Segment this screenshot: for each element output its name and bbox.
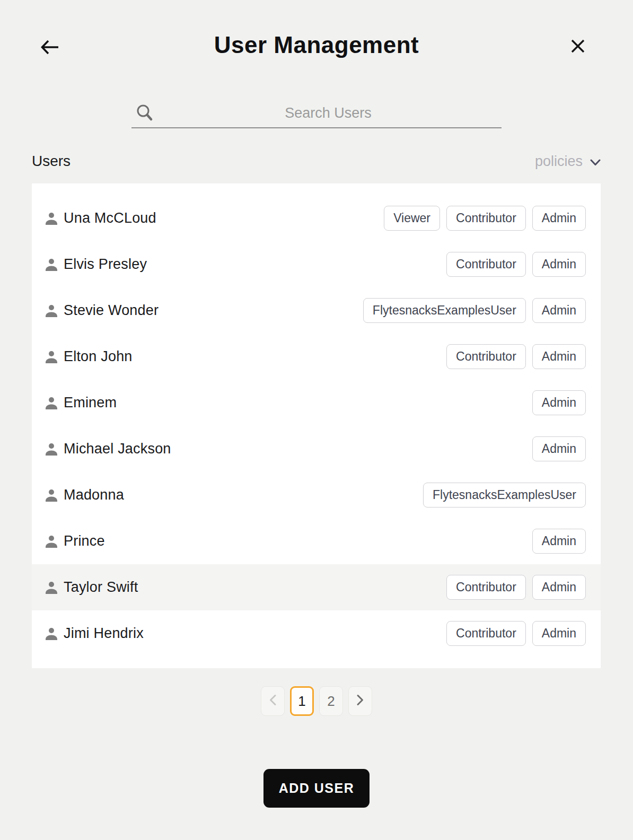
role-badge[interactable]: FlytesnacksExamplesUser	[363, 298, 526, 323]
role-badges: ContributorAdmin	[446, 252, 586, 277]
role-badges: FlytesnacksExamplesUser	[423, 483, 586, 508]
role-badge[interactable]: Contributor	[446, 206, 526, 231]
role-badge[interactable]: Viewer	[384, 206, 440, 231]
role-badges: FlytesnacksExamplesUserAdmin	[363, 298, 586, 323]
user-name: Michael Jackson	[64, 441, 171, 457]
pagination-page-1[interactable]: 1	[290, 686, 314, 716]
user-name: Elvis Presley	[64, 256, 147, 273]
role-badge[interactable]: Admin	[532, 529, 586, 554]
user-icon	[45, 534, 58, 549]
role-badge[interactable]: FlytesnacksExamplesUser	[423, 483, 586, 508]
policies-label: policies	[535, 153, 583, 170]
pagination-page-2[interactable]: 2	[319, 686, 343, 716]
user-row[interactable]: Taylor SwiftContributorAdmin	[32, 564, 601, 610]
role-badge[interactable]: Admin	[532, 344, 586, 369]
list-header: Users policies	[32, 153, 601, 170]
user-row[interactable]: Elton JohnContributorAdmin	[32, 334, 601, 380]
pagination-prev[interactable]	[261, 686, 285, 716]
users-label: Users	[32, 153, 71, 170]
search-icon	[135, 103, 155, 123]
add-user-button[interactable]: ADD USER	[263, 769, 370, 808]
user-icon	[45, 396, 58, 410]
page-title: User Management	[0, 0, 633, 58]
chevron-left-icon	[269, 693, 277, 710]
user-row[interactable]: MadonnaFlytesnacksExamplesUser	[32, 472, 601, 518]
role-badge[interactable]: Contributor	[446, 575, 526, 600]
user-icon	[45, 211, 58, 226]
role-badges: Admin	[532, 390, 586, 415]
user-name: Stevie Wonder	[64, 302, 159, 319]
close-button[interactable]	[566, 35, 590, 58]
role-badge[interactable]: Admin	[532, 621, 586, 646]
user-icon	[45, 303, 58, 318]
chevron-down-icon	[590, 153, 601, 170]
user-icon	[45, 488, 58, 503]
user-row[interactable]: Elvis PresleyContributorAdmin	[32, 241, 601, 287]
search-input[interactable]	[155, 105, 502, 121]
user-row[interactable]: Una McCLoudViewerContributorAdmin	[32, 195, 601, 241]
back-button[interactable]	[38, 36, 61, 59]
role-badge[interactable]: Contributor	[446, 344, 526, 369]
arrow-left-icon	[40, 38, 60, 58]
role-badges: ViewerContributorAdmin	[384, 206, 586, 231]
role-badge[interactable]: Admin	[532, 298, 586, 323]
role-badge[interactable]: Contributor	[446, 621, 526, 646]
role-badge[interactable]: Admin	[532, 206, 586, 231]
user-icon	[45, 626, 58, 641]
user-name: Prince	[64, 533, 105, 549]
user-icon	[45, 442, 58, 457]
role-badges: Admin	[532, 529, 586, 554]
user-icon	[45, 257, 58, 272]
user-icon	[45, 349, 58, 364]
user-name: Elton John	[64, 348, 133, 365]
user-row[interactable]: Jimi HendrixContributorAdmin	[32, 610, 601, 657]
user-name: Eminem	[64, 395, 117, 411]
role-badges: ContributorAdmin	[446, 621, 586, 646]
role-badge[interactable]: Contributor	[446, 252, 526, 277]
user-list: Una McCLoudViewerContributorAdminElvis P…	[32, 183, 601, 668]
chevron-right-icon	[356, 693, 364, 710]
dialog-header: User Management	[0, 0, 633, 69]
policies-dropdown[interactable]: policies	[535, 153, 601, 170]
user-row[interactable]: PrinceAdmin	[32, 518, 601, 564]
pagination-next[interactable]	[348, 686, 372, 716]
user-row[interactable]: EminemAdmin	[32, 380, 601, 426]
user-name: Una McCLoud	[64, 210, 156, 226]
user-name: Madonna	[64, 487, 124, 503]
role-badges: ContributorAdmin	[446, 344, 586, 369]
role-badges: Admin	[532, 436, 586, 461]
pagination: 12	[0, 686, 633, 716]
role-badge[interactable]: Admin	[532, 436, 586, 461]
search-bar	[131, 103, 502, 128]
role-badges: ContributorAdmin	[446, 575, 586, 600]
user-row[interactable]: Michael JacksonAdmin	[32, 426, 601, 472]
user-name: Taylor Swift	[64, 579, 138, 596]
user-icon	[45, 580, 58, 595]
role-badge[interactable]: Admin	[532, 390, 586, 415]
role-badge[interactable]: Admin	[532, 252, 586, 277]
role-badge[interactable]: Admin	[532, 575, 586, 600]
user-name: Jimi Hendrix	[64, 625, 144, 642]
user-management-dialog: User Management Users policies	[0, 0, 633, 840]
close-icon	[570, 38, 586, 56]
user-row[interactable]: Stevie WonderFlytesnacksExamplesUserAdmi…	[32, 287, 601, 334]
